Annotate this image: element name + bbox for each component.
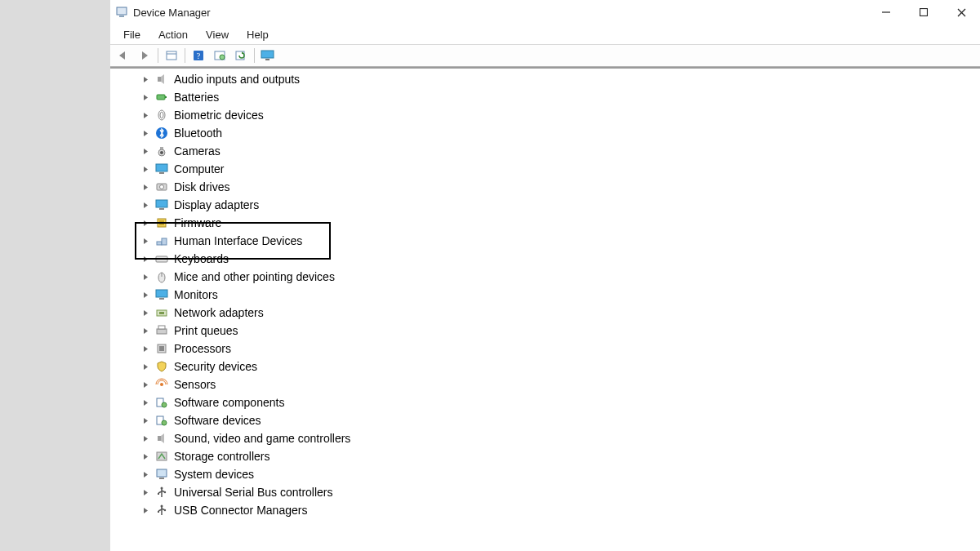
hid-icon [154,233,169,248]
svg-rect-82 [159,478,164,479]
toolbar-properties-button[interactable] [162,47,181,64]
svg-marker-39 [144,202,148,208]
svg-rect-3 [920,9,928,16]
svg-rect-17 [265,59,270,60]
expand-icon[interactable] [140,307,151,318]
device-category-cameras[interactable]: Cameras [140,142,980,160]
device-category-display[interactable]: Display adapters [140,196,980,214]
device-category-usb[interactable]: Universal Serial Bus controllers [140,483,980,501]
expand-icon[interactable] [140,469,151,480]
expand-icon[interactable] [140,379,151,390]
expand-icon[interactable] [140,325,151,336]
toolbar-scan-button[interactable] [210,47,229,64]
svg-rect-40 [156,200,167,207]
device-category-network[interactable]: Network adapters [140,304,980,322]
device-category-batteries[interactable]: Batteries [140,88,980,106]
device-category-label: Disk drives [172,180,231,194]
svg-rect-47 [162,238,167,245]
expand-icon[interactable] [140,235,151,247]
expand-icon[interactable] [140,199,151,211]
toolbar-forward-button[interactable] [135,47,154,64]
device-category-audio[interactable]: Audio inputs and outputs [140,70,980,88]
net-icon [154,305,169,320]
svg-rect-32 [160,147,163,149]
svg-marker-63 [144,346,148,352]
menu-help[interactable]: Help [238,27,277,42]
device-category-storage[interactable]: Storage controllers [140,447,980,465]
device-category-keyboards[interactable]: Keyboards [140,250,980,268]
menu-action[interactable]: Action [150,27,196,42]
device-category-hid[interactable]: Human Interface Devices [140,232,980,250]
device-category-swcomp[interactable]: Software components [140,393,980,411]
device-category-swdev[interactable]: Software devices [140,411,980,429]
expand-icon[interactable] [140,271,151,282]
usb-icon [154,503,169,518]
device-category-label: Sensors [172,377,217,392]
device-category-sound[interactable]: Sound, video and game controllers [140,429,980,447]
expand-icon[interactable] [140,73,151,85]
expand-icon[interactable] [140,343,151,354]
cpu-icon [154,341,169,356]
device-category-security[interactable]: Security devices [140,358,980,375]
expand-icon[interactable] [140,145,151,157]
svg-marker-57 [144,310,148,316]
expand-icon[interactable] [140,289,151,300]
expand-icon[interactable] [140,181,151,193]
device-category-cpu[interactable]: Processors [140,340,980,358]
expand-icon[interactable] [140,433,151,444]
device-category-system[interactable]: System devices [140,465,980,483]
expand-icon[interactable] [140,91,151,103]
mouse-icon [154,269,169,284]
device-category-print[interactable]: Print queues [140,322,980,340]
device-category-mice[interactable]: Mice and other pointing devices [140,268,980,286]
svg-marker-36 [144,184,148,190]
device-category-label: Sound, video and game controllers [172,431,352,446]
svg-rect-55 [156,290,167,297]
toolbar-monitor-button[interactable] [258,47,278,64]
minimize-button[interactable] [867,0,905,24]
device-category-usbconn[interactable]: USB Connector Managers [140,501,980,519]
svg-marker-6 [119,51,125,60]
menu-view[interactable]: View [198,27,237,42]
close-button[interactable] [942,0,980,24]
device-category-sensors[interactable]: Sensors [140,375,980,393]
toolbar-back-button[interactable] [114,47,133,64]
maximize-button[interactable] [905,0,942,24]
expand-icon[interactable] [140,451,151,462]
sw-icon [154,413,169,428]
help-icon: ? [192,49,205,62]
device-category-disks[interactable]: Disk drives [140,178,980,196]
expand-icon[interactable] [140,127,151,139]
svg-marker-18 [144,77,148,82]
expand-icon[interactable] [140,487,151,498]
expand-icon[interactable] [140,397,151,408]
toolbar-update-button[interactable] [231,47,251,64]
svg-rect-41 [159,208,164,210]
svg-marker-75 [144,436,148,442]
monitor-icon [261,50,275,61]
expand-icon[interactable] [140,217,151,229]
expand-icon[interactable] [140,163,151,175]
device-category-firmware[interactable]: Firmware [140,214,980,232]
expand-icon[interactable] [140,361,151,372]
expand-icon[interactable] [140,109,151,121]
svg-marker-33 [144,167,148,172]
expand-icon[interactable] [140,415,151,426]
menu-file[interactable]: File [115,27,149,42]
svg-rect-35 [159,172,164,174]
device-category-label: Software components [172,395,286,410]
expand-icon[interactable] [140,253,151,264]
device-category-bluetooth[interactable]: Bluetooth [140,124,980,142]
device-category-label: Security devices [172,359,259,374]
expand-icon[interactable] [140,504,151,516]
svg-rect-59 [159,312,164,314]
svg-rect-0 [117,7,127,15]
svg-marker-66 [144,364,148,370]
device-category-computer[interactable]: Computer [140,160,980,178]
device-category-biometric[interactable]: Biometric devices [140,106,980,124]
camera-icon [154,144,169,158]
device-category-monitors[interactable]: Monitors [140,286,980,304]
svg-marker-80 [144,472,148,478]
toolbar-help-button[interactable]: ? [189,47,208,64]
svg-marker-42 [144,220,148,226]
